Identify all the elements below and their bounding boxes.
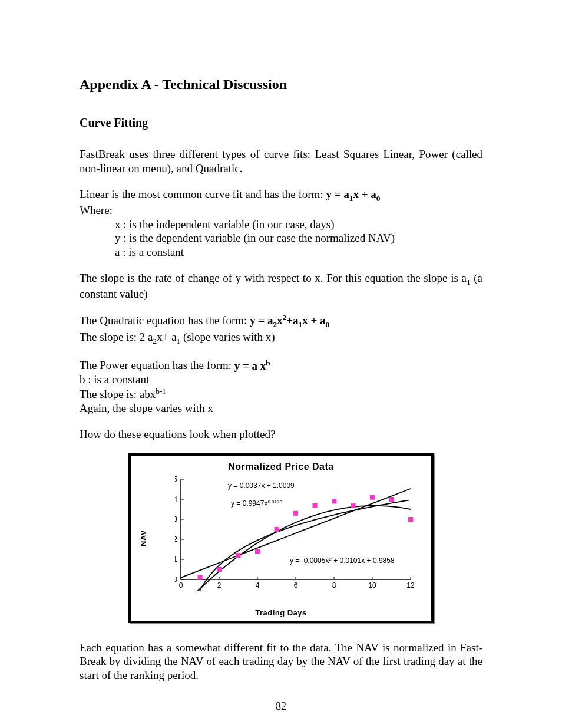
svg-rect-30 [275,527,279,532]
svg-text:0: 0 [179,581,183,589]
svg-text:y = 0.9947x0.0178: y = 0.9947x0.0178 [231,499,282,508]
text: The Quadratic equation has the form: [80,314,250,327]
svg-text:6: 6 [294,581,298,589]
section-heading: Curve Fitting [80,116,482,130]
svg-text:4: 4 [256,581,260,589]
chart-plot-area: 1.001.011.021.031.041.05024681012y = 0.0… [175,473,416,591]
svg-text:1.00: 1.00 [175,575,177,584]
text: (slope varies with x) [180,331,275,343]
svg-rect-27 [217,567,222,572]
text: x+ a [157,331,176,343]
definition-y: y : is the dependent variable (in our ca… [115,232,395,244]
chart-xlabel: Trading Days [131,608,431,617]
svg-text:y = 0.0037x + 1.0009: y = 0.0037x + 1.0009 [228,482,295,490]
svg-text:1.01: 1.01 [175,555,177,564]
page-title: Appendix A - Technical Discussion [80,77,482,93]
definition-a: a : is a constant [115,246,184,258]
paragraph: FastBreak uses three different types of … [80,147,482,176]
paragraph: The Power equation has the form: y = a x… [80,358,482,416]
svg-text:1.05: 1.05 [175,475,177,483]
svg-rect-26 [198,575,203,579]
text: The slope is: abx [80,388,156,400]
paragraph: The Quadratic equation has the form: y =… [80,313,482,346]
text: Again, the slope varies with x [80,402,213,414]
svg-rect-36 [389,497,394,502]
svg-rect-34 [351,503,356,508]
equation: y = a1x + a0 [326,188,380,200]
text: Where: [80,204,113,216]
text: Linear is the most common curve fit and … [80,188,326,200]
svg-rect-33 [332,499,336,503]
text: The Power equation has the form: [80,360,234,372]
svg-rect-28 [236,553,241,558]
svg-text:12: 12 [406,581,415,589]
svg-text:1.02: 1.02 [175,535,177,543]
svg-rect-32 [313,503,318,508]
text: The slope is the rate of change of y wit… [80,272,467,284]
paragraph: The slope is the rate of change of y wit… [80,271,482,301]
svg-rect-37 [408,517,413,522]
paragraph: How do these equations look when plotted… [80,427,482,442]
equation: y = a2x2+a1x + a0 [250,314,329,327]
definition-x: x : is the independent variable (in our … [115,218,335,230]
page-number: 82 [80,700,482,713]
svg-text:y = -0.0005x2 + 0.0101x + 0.98: y = -0.0005x2 + 0.0101x + 0.9858 [290,556,395,565]
chart-title: Normalized Price Data [131,462,431,472]
svg-text:10: 10 [368,581,376,589]
svg-rect-29 [255,549,260,554]
paragraph: Linear is the most common curve fit and … [80,187,482,218]
equation: y = a xb [234,360,270,372]
text: The slope is: 2 a [80,331,153,343]
svg-text:2: 2 [217,581,222,589]
svg-rect-35 [370,495,375,499]
svg-text:1.03: 1.03 [175,515,177,523]
chart-container: Normalized Price Data NAV Trading Days 1… [128,453,434,623]
text: b : is a constant [80,373,149,386]
definitions: x : is the independent variable (in our … [80,218,482,259]
document-page: Appendix A - Technical Discussion Curve … [0,0,562,728]
svg-rect-31 [293,510,298,515]
chart-ylabel: NAV [139,530,148,546]
svg-text:8: 8 [332,581,336,589]
svg-text:1.04: 1.04 [175,495,177,503]
paragraph: Each equation has a somewhat different f… [80,641,482,683]
